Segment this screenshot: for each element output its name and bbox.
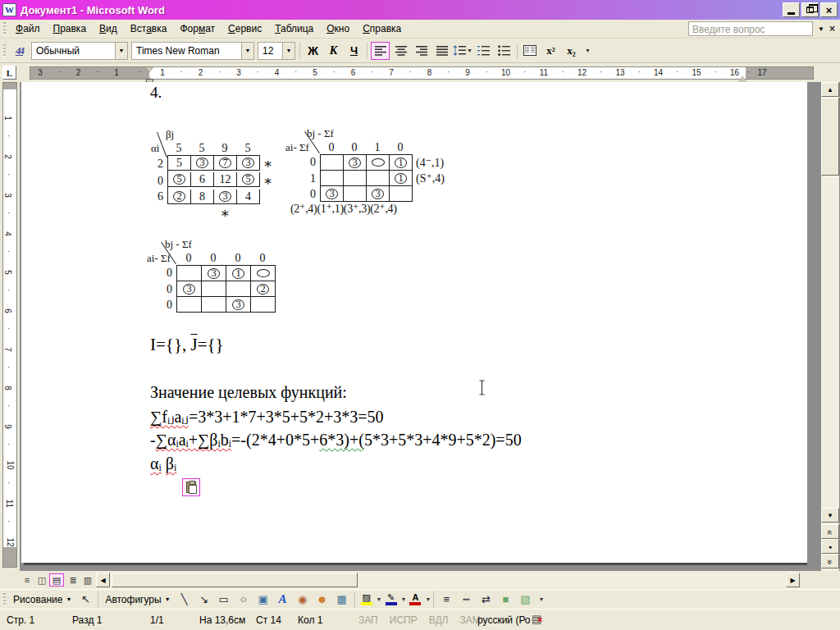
autoshapes-menu-button[interactable]: Автофигуры▼ (101, 591, 174, 608)
arrow-tool-button[interactable]: ↘ (195, 591, 213, 608)
arrow-style-button[interactable]: ⇄ (477, 591, 495, 608)
status-flag-ВДЛ[interactable]: ВДЛ (429, 614, 449, 626)
bullet-list-button[interactable] (495, 42, 514, 60)
toolbar-grip[interactable] (3, 44, 6, 57)
status-flag-ЗАП[interactable]: ЗАП (358, 614, 378, 626)
chevron-down-icon[interactable]: ▼ (467, 48, 472, 53)
italic-button[interactable]: К (324, 42, 343, 60)
vruler-strip[interactable]: 1·2·3·4·5·6·7·8·9·10·11·12 (2, 82, 17, 568)
menu-item-Вид[interactable]: Вид (93, 21, 124, 37)
subscript-button[interactable]: x₂ (562, 42, 581, 60)
text-segment: 6*3)+( (319, 431, 364, 449)
status-flag-ИСПР[interactable]: ИСПР (390, 614, 418, 626)
chevron-down-icon[interactable]: ▼ (115, 43, 127, 59)
menu-item-Справка[interactable]: Справка (356, 21, 408, 37)
next-page-button[interactable]: » (821, 554, 839, 568)
draw-menu-button[interactable]: Рисование▼ (9, 591, 75, 608)
toolbar-grip[interactable] (3, 593, 6, 606)
bold-button[interactable]: Ж (304, 42, 322, 60)
web-layout-view-button[interactable]: ◫ (34, 573, 49, 587)
insert-picture-button[interactable]: ▦ (333, 591, 351, 608)
restore-button[interactable] (801, 2, 819, 17)
ruler-tick: · (7, 171, 10, 179)
vertical-scrollbar[interactable]: ▲ ▼ « ● » (821, 82, 839, 571)
line-style-button[interactable]: ≡ (437, 591, 455, 608)
print-layout-view-button[interactable]: ▤ (49, 573, 64, 587)
oval-tool-button[interactable]: ○ (235, 591, 253, 608)
chevron-down-icon[interactable]: ▼ (401, 596, 407, 602)
menu-item-Формат[interactable]: Формат (173, 21, 221, 37)
document-page[interactable]: 4. βjαi559525373∗056125∗62834∗ bj - Σfai… (21, 82, 807, 563)
scroll-up-button[interactable]: ▲ (821, 82, 839, 97)
underline-button[interactable]: Ч (345, 42, 363, 60)
scroll-right-button[interactable]: ▶ (786, 573, 800, 587)
toolbar-options-button[interactable]: ▼ (538, 596, 544, 602)
shadow-style-button[interactable]: ■ (496, 591, 514, 608)
menu-item-Правка[interactable]: Правка (47, 21, 94, 37)
rectangle-tool-button[interactable]: ▭ (215, 591, 233, 608)
menu-item-Файл[interactable]: Файл (9, 21, 47, 37)
chevron-down-icon[interactable]: ▼ (241, 43, 253, 59)
font-color-button[interactable]: А (406, 591, 424, 608)
formula-line-2: -∑αᵢaᵢ+∑βᵢbᵢ=-(2*4+0*5+6*3)+(5*3+5*3+4*9… (150, 431, 522, 450)
minimize-button[interactable] (783, 2, 800, 17)
line-tool-button[interactable]: ╲ (176, 591, 194, 608)
menu-item-Таблица[interactable]: Таблица (268, 21, 320, 37)
hruler-strip[interactable]: 3·2·1·1·2·3·4·5·6·7·8·9·10·11·12·13·14·1… (30, 66, 814, 80)
align-right-button[interactable] (412, 42, 431, 60)
print-layout-icon: ▤ (52, 575, 61, 586)
menu-item-Сервис[interactable]: Сервис (221, 21, 268, 37)
menubar-close-icon[interactable]: × (829, 23, 835, 34)
horizontal-scrollbar-row: ≡ ◫ ▤ ≣ ▥ ◀ ▶ (0, 571, 840, 589)
close-button[interactable]: × (820, 2, 838, 17)
spelling-status-icon[interactable]: ▤× (532, 613, 541, 625)
horizontal-scroll-thumb[interactable] (112, 573, 358, 587)
font-combobox[interactable]: Times New Roman▼ (131, 42, 254, 60)
align-left-button[interactable] (371, 42, 390, 60)
normal-view-button[interactable]: ≡ (20, 573, 34, 587)
scroll-down-button[interactable]: ▼ (821, 508, 839, 523)
font-size-combobox[interactable]: 12▼ (258, 42, 295, 60)
line-spacing-button[interactable]: ▼ (453, 42, 472, 60)
previous-page-button[interactable]: « (821, 524, 839, 539)
question-dropdown-icon[interactable]: ▼ (818, 25, 824, 33)
toolbar-grip[interactable] (3, 22, 6, 35)
toolbar-options-button[interactable]: ▼ (585, 48, 591, 53)
superscript-button[interactable]: x² (541, 42, 560, 60)
columns-button[interactable] (521, 42, 540, 60)
double-chevron-down-icon: » (825, 559, 835, 563)
menu-item-Вставка[interactable]: Вставка (124, 21, 174, 37)
text-box-button[interactable]: ▣ (254, 591, 272, 608)
dash-style-button[interactable]: ┅ (457, 591, 475, 608)
circle-icon: ● (829, 544, 832, 550)
wordart-button[interactable]: A (274, 591, 292, 608)
ask-question-input[interactable]: Введите вопрос (688, 21, 813, 36)
chevron-down-icon[interactable]: ▼ (282, 43, 294, 59)
select-browse-object-button[interactable]: ● (821, 539, 839, 554)
tab-selector-button[interactable]: L (2, 66, 16, 80)
select-objects-button[interactable]: ↖ (76, 591, 94, 608)
paste-options-button[interactable] (182, 478, 200, 496)
matrix-col-header: 9 (213, 142, 236, 155)
columns-icon (523, 45, 536, 56)
fill-color-button[interactable]: ▨ (358, 591, 376, 608)
vertical-scroll-thumb[interactable] (821, 98, 839, 176)
line-color-button[interactable]: ✎ (382, 591, 400, 608)
chevron-down-icon[interactable]: ▼ (425, 596, 431, 602)
scroll-left-button[interactable]: ◀ (96, 573, 110, 587)
justify-button[interactable] (432, 42, 451, 60)
align-center-button[interactable] (391, 42, 410, 60)
reading-layout-button[interactable]: ▥ (80, 573, 95, 587)
horizontal-scroll-track[interactable] (111, 573, 785, 587)
style-combobox[interactable]: Обычный▼ (31, 42, 128, 60)
clip-art-button[interactable]: ☻ (313, 591, 331, 608)
right-indent-marker[interactable] (738, 72, 746, 82)
numbered-list-button[interactable] (474, 42, 493, 60)
line-color-bar (386, 602, 397, 605)
styles-and-formatting-button[interactable]: 44 (10, 42, 29, 60)
menu-item-Окно[interactable]: Окно (320, 21, 356, 37)
chevron-down-icon[interactable]: ▼ (377, 596, 382, 602)
three-d-style-button[interactable]: ▧ (516, 591, 534, 608)
diagram-button[interactable]: ◉ (294, 591, 312, 608)
outline-view-button[interactable]: ≣ (66, 573, 80, 587)
